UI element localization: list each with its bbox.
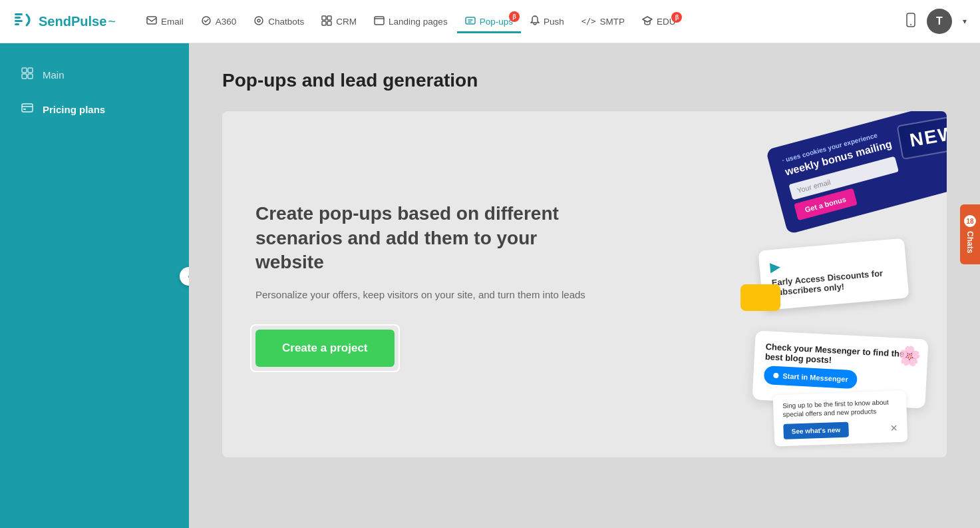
- nav-smtp-label: SMTP: [599, 17, 625, 27]
- mock-flower-decoration: 🌸: [897, 345, 921, 368]
- nav-item-push[interactable]: Push: [522, 10, 572, 33]
- svg-rect-19: [28, 74, 33, 79]
- svg-rect-21: [23, 109, 26, 110]
- pricing-icon: [21, 103, 33, 115]
- sidebar-main-label: Main: [43, 69, 65, 81]
- svg-rect-13: [466, 17, 475, 24]
- sidebar: Main Pricing plans ‹: [0, 43, 189, 528]
- mock-subscribe-text: Sing up to be the first to know about sp…: [782, 397, 898, 419]
- svg-point-15: [910, 24, 911, 25]
- promo-title: Create pop-ups based on different scenar…: [255, 202, 601, 274]
- brand-logo[interactable]: SendPulse ~: [13, 9, 116, 34]
- main-layout: Main Pricing plans ‹ Pop-ups and lead ge…: [0, 43, 980, 528]
- avatar[interactable]: T: [927, 9, 952, 34]
- svg-rect-9: [327, 16, 331, 20]
- messenger-btn-label: Start in Messenger: [782, 372, 848, 383]
- promo-content: Create pop-ups based on different scenar…: [255, 202, 601, 367]
- svg-rect-0: [15, 13, 23, 15]
- brand-wave: ~: [108, 14, 116, 29]
- a360-icon: [201, 15, 212, 28]
- logo-icon: [13, 9, 39, 34]
- nav-push-label: Push: [544, 17, 564, 27]
- svg-rect-11: [327, 21, 331, 25]
- mobile-icon[interactable]: [905, 13, 916, 31]
- popups-icon: [465, 15, 476, 28]
- svg-rect-20: [22, 104, 33, 112]
- nav-item-email[interactable]: Email: [138, 11, 192, 32]
- nav-item-a360[interactable]: A360: [193, 10, 245, 33]
- nav-chatbots-label: Chatbots: [268, 17, 304, 27]
- sidebar-pricing-label: Pricing plans: [43, 104, 105, 115]
- chats-button[interactable]: 18 Chats: [960, 204, 980, 264]
- main-content: Pop-ups and lead generation Create pop-u…: [189, 43, 980, 528]
- nav-landing-label: Landing pages: [389, 17, 448, 27]
- mock-messenger-header: Check your Messenger to find the best bl…: [764, 342, 917, 370]
- nav-items-list: Email A360 Chatbots CRM: [138, 10, 903, 33]
- svg-rect-12: [375, 17, 384, 25]
- svg-rect-10: [322, 21, 326, 25]
- top-navigation: SendPulse ~ Email A360 Chatbots: [0, 0, 980, 43]
- mock-early-access-card: ▶ Early Access Discounts for subscribers…: [758, 238, 909, 311]
- nav-crm-label: CRM: [336, 17, 357, 27]
- svg-rect-8: [322, 16, 326, 20]
- svg-rect-2: [15, 20, 23, 22]
- nav-a360-label: A360: [216, 17, 237, 27]
- sidebar-item-pricing[interactable]: Pricing plans: [5, 94, 184, 125]
- main-icon: [21, 67, 33, 82]
- email-icon: [146, 16, 157, 27]
- svg-rect-16: [22, 68, 27, 73]
- promo-card: Create pop-ups based on different scenar…: [222, 111, 947, 457]
- nav-item-chatbots[interactable]: Chatbots: [245, 10, 312, 33]
- mock-see-whats-new-btn: See what's new: [783, 422, 848, 439]
- promo-illustration: · uses cookies your experience weekly bo…: [647, 111, 947, 457]
- svg-rect-4: [147, 17, 156, 24]
- nav-item-crm[interactable]: CRM: [313, 10, 365, 33]
- edu-icon: [642, 16, 653, 27]
- nav-item-popups[interactable]: Pop-ups β: [457, 10, 521, 33]
- nav-popups-label: Pop-ups: [480, 17, 513, 27]
- svg-rect-18: [22, 74, 27, 79]
- nav-email-label: Email: [161, 17, 184, 27]
- push-icon: [530, 15, 540, 28]
- svg-rect-3: [15, 23, 19, 25]
- svg-rect-17: [28, 68, 33, 73]
- svg-point-7: [257, 19, 260, 22]
- nav-item-edu[interactable]: EDU β: [634, 11, 684, 33]
- svg-rect-1: [15, 17, 21, 19]
- crm-icon: [321, 15, 332, 28]
- chatbots-icon: [253, 15, 264, 28]
- mock-new-badge: NEW: [896, 114, 947, 160]
- sidebar-item-main[interactable]: Main: [5, 58, 184, 91]
- landing-icon: [374, 16, 385, 27]
- smtp-icon: </>: [581, 17, 596, 26]
- mock-close-icon: ✕: [890, 422, 898, 433]
- page-title: Pop-ups and lead generation: [222, 70, 947, 91]
- svg-point-6: [255, 17, 263, 25]
- brand-name: SendPulse: [39, 14, 106, 29]
- mock-start-messenger-btn: Start in Messenger: [764, 366, 858, 389]
- mock-yellow-card: [740, 284, 780, 311]
- create-project-button[interactable]: Create a project: [255, 330, 395, 367]
- avatar-dropdown-icon[interactable]: ▾: [963, 17, 967, 26]
- popups-beta-badge: β: [509, 11, 520, 22]
- chats-count: 18: [964, 215, 976, 227]
- messenger-dot: [773, 373, 778, 378]
- mock-mailing-card: · uses cookies your experience weekly bo…: [766, 111, 947, 234]
- mock-subscribe-card: Sing up to be the first to know about sp…: [773, 391, 908, 447]
- edu-beta-badge: β: [671, 12, 682, 23]
- nav-right: T ▾: [905, 9, 967, 34]
- nav-item-smtp[interactable]: </> SMTP: [573, 11, 633, 32]
- chats-label: Chats: [965, 231, 975, 253]
- nav-item-landing[interactable]: Landing pages: [366, 11, 456, 33]
- promo-description: Personalize your offers, keep visitors o…: [255, 288, 601, 303]
